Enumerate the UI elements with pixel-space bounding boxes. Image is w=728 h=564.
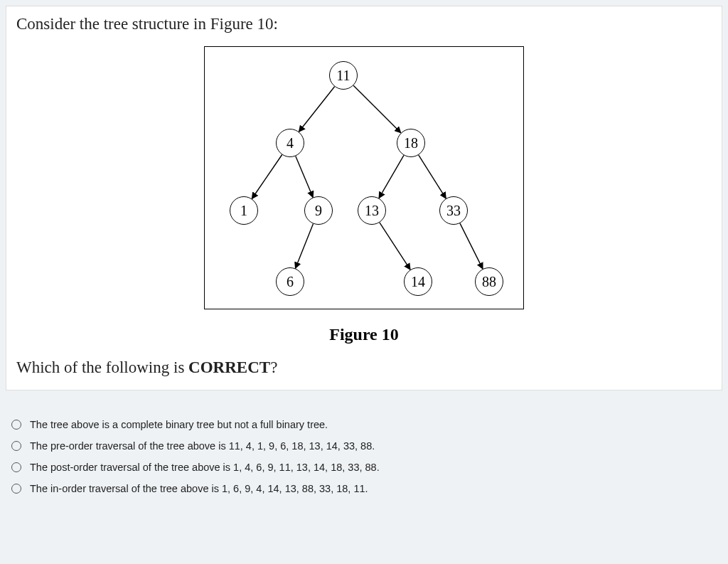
option-row[interactable]: The in-order traversal of the tree above… <box>11 483 717 494</box>
radio-button[interactable] <box>11 462 21 472</box>
tree-edge <box>380 223 410 270</box>
tree-edges-svg <box>205 47 523 309</box>
prompt-post: ? <box>270 358 277 376</box>
tree-node-13: 13 <box>358 196 386 225</box>
tree-node-33: 33 <box>439 196 468 225</box>
tree-diagram-box: 1141819133361488 <box>204 46 524 309</box>
tree-edge <box>419 155 446 198</box>
option-text[interactable]: The post-order traversal of the tree abo… <box>30 462 380 473</box>
tree-node-1: 1 <box>230 196 258 225</box>
option-text[interactable]: The tree above is a complete binary tree… <box>30 419 328 430</box>
option-row[interactable]: The tree above is a complete binary tree… <box>11 419 717 430</box>
tree-edge <box>252 155 282 199</box>
option-row[interactable]: The post-order traversal of the tree abo… <box>11 462 717 473</box>
tree-edge <box>353 85 401 133</box>
tree-node-14: 14 <box>404 267 432 296</box>
option-text[interactable]: The in-order traversal of the tree above… <box>30 483 368 494</box>
tree-node-9: 9 <box>304 196 333 225</box>
tree-edge <box>295 224 313 269</box>
prompt-pre: Which of the following is <box>16 358 188 376</box>
tree-node-88: 88 <box>475 267 503 296</box>
figure-caption: Figure 10 <box>329 325 399 344</box>
tree-edge <box>296 156 313 197</box>
question-intro: Consider the tree structure in Figure 10… <box>16 15 712 33</box>
option-row[interactable]: The pre-order traversal of the tree abov… <box>11 440 717 452</box>
radio-button[interactable] <box>11 420 21 430</box>
radio-button[interactable] <box>11 484 21 494</box>
tree-node-11: 11 <box>329 61 358 90</box>
prompt-bold: CORRECT <box>188 358 270 376</box>
tree-node-4: 4 <box>276 129 304 157</box>
option-text[interactable]: The pre-order traversal of the tree abov… <box>30 440 375 452</box>
options-list: The tree above is a complete binary tree… <box>6 405 722 509</box>
radio-button[interactable] <box>11 441 21 451</box>
tree-node-18: 18 <box>397 129 425 157</box>
tree-edge <box>460 223 483 269</box>
question-card: Consider the tree structure in Figure 10… <box>6 6 722 390</box>
question-prompt: Which of the following is CORRECT? <box>16 358 712 377</box>
figure-wrap: 1141819133361488 Figure 10 <box>16 46 712 344</box>
tree-node-6: 6 <box>276 267 304 296</box>
tree-edge <box>379 155 404 198</box>
tree-edge <box>299 87 334 132</box>
